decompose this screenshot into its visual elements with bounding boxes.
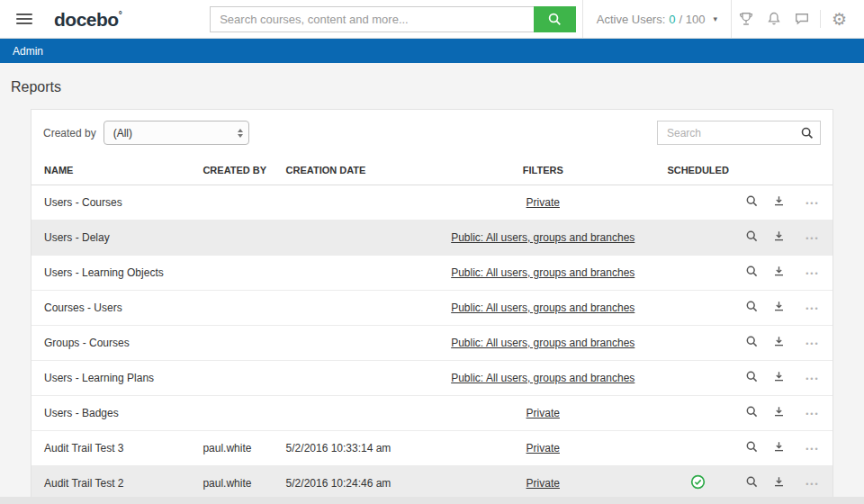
report-creation-date (279, 361, 428, 396)
report-name[interactable]: Audit Trail Test 2 (32, 466, 195, 501)
table-row[interactable]: Courses - Users Public: All users, group… (32, 291, 832, 326)
report-name[interactable]: Users - Learning Objects (32, 256, 195, 291)
more-options-icon[interactable]: ••• (806, 234, 819, 243)
table-row[interactable]: Audit Trail Test 2 paul.white 5/2/2016 1… (32, 466, 832, 501)
more-options-icon[interactable]: ••• (806, 445, 819, 454)
report-name[interactable]: Groups - Courses (32, 326, 195, 361)
preview-search-icon[interactable] (745, 405, 759, 421)
table-header-row: NAME CREATED BY CREATION DATE FILTERS SC… (32, 156, 832, 185)
more-options-icon[interactable]: ••• (806, 374, 819, 383)
preview-search-icon[interactable] (745, 475, 759, 491)
active-users-count: 0 (669, 13, 675, 26)
report-created-by: paul.white (195, 466, 278, 501)
report-name[interactable]: Users - Badges (32, 396, 195, 431)
download-report-icon[interactable] (772, 370, 786, 386)
download-report-icon[interactable] (772, 475, 786, 491)
report-creation-date: 5/2/2016 10:33:14 am (279, 431, 428, 466)
column-header-scheduled: SCHEDULED (658, 156, 739, 185)
reports-table-body: Users - Courses Private ••• Users - Dela… (32, 185, 832, 504)
report-creation-date: 5/2/2016 10:24:46 am (279, 466, 428, 501)
top-icon-bar: ⚙ (732, 0, 853, 38)
report-name[interactable]: Users - Learning Plans (32, 361, 195, 396)
more-options-icon[interactable]: ••• (806, 269, 819, 278)
admin-breadcrumb[interactable]: Admin (13, 45, 43, 58)
column-header-filters: FILTERS (428, 156, 658, 185)
gamification-trophy-icon[interactable] (732, 0, 760, 38)
report-created-by (195, 396, 278, 431)
settings-gear-icon[interactable]: ⚙ (825, 0, 853, 38)
more-options-icon[interactable]: ••• (806, 480, 819, 489)
download-report-icon[interactable] (772, 300, 786, 316)
report-filters-link[interactable]: Private (526, 407, 560, 419)
report-name[interactable]: Courses - Users (32, 291, 195, 326)
column-header-actions (766, 156, 793, 185)
global-search-button[interactable] (534, 6, 576, 32)
report-filters-link[interactable]: Private (526, 477, 560, 490)
report-created-by: paul.white (195, 431, 278, 466)
table-row[interactable]: Audit Trail Test 3 paul.white 5/2/2016 1… (32, 431, 832, 466)
report-name[interactable]: Users - Courses (32, 185, 195, 220)
select-stepper-icon (238, 129, 243, 138)
report-filters-link[interactable]: Public: All users, groups and branches (451, 231, 634, 244)
reports-table: NAME CREATED BY CREATION DATE FILTERS SC… (32, 156, 832, 504)
report-created-by (195, 185, 278, 220)
download-report-icon[interactable] (772, 405, 786, 421)
gear-glyph: ⚙ (832, 11, 847, 28)
report-filters-link[interactable]: Public: All users, groups and branches (451, 266, 634, 279)
report-creation-date (279, 396, 428, 431)
preview-search-icon[interactable] (745, 440, 759, 456)
download-report-icon[interactable] (772, 194, 786, 211)
report-creation-date (279, 220, 428, 256)
horizontal-scrollbar[interactable] (0, 497, 864, 504)
docebo-logo[interactable]: docebo ° (54, 10, 122, 29)
column-header-actions (793, 156, 832, 185)
report-name[interactable]: Users - Delay (32, 220, 195, 256)
table-search-input[interactable] (657, 121, 821, 145)
global-search-bar (210, 6, 576, 32)
preview-search-icon[interactable] (745, 230, 759, 246)
preview-search-icon[interactable] (745, 265, 759, 281)
created-by-select[interactable]: (All) (104, 121, 249, 145)
table-row[interactable]: Users - Learning Plans Public: All users… (32, 361, 832, 396)
active-users-dropdown[interactable]: Active Users: 0 / 100 ▾ (582, 0, 732, 38)
download-report-icon[interactable] (772, 335, 786, 351)
table-search (657, 121, 821, 145)
download-report-icon[interactable] (772, 265, 786, 281)
report-name[interactable]: Audit Trail Test 3 (32, 431, 195, 466)
preview-search-icon[interactable] (745, 194, 759, 211)
report-filters-link[interactable]: Public: All users, groups and branches (451, 302, 634, 314)
column-header-creation-date: CREATION DATE (279, 156, 428, 185)
page-title: Reports (11, 79, 864, 95)
more-options-icon[interactable]: ••• (806, 410, 819, 418)
report-filters-link[interactable]: Private (526, 442, 560, 454)
more-options-icon[interactable]: ••• (806, 339, 819, 348)
more-options-icon[interactable]: ••• (806, 304, 819, 313)
search-icon[interactable] (800, 126, 814, 144)
created-by-label: Created by (43, 127, 96, 140)
active-users-label: Active Users: (597, 13, 666, 26)
report-creation-date (279, 326, 428, 361)
filter-bar: Created by (All) (32, 110, 832, 156)
preview-search-icon[interactable] (745, 335, 759, 351)
preview-search-icon[interactable] (745, 300, 759, 316)
global-search-input[interactable] (210, 6, 534, 32)
table-row[interactable]: Users - Badges Private ••• (32, 396, 832, 431)
report-filters-link[interactable]: Public: All users, groups and branches (451, 337, 634, 349)
report-filters-link[interactable]: Private (526, 196, 560, 209)
report-created-by (195, 220, 278, 256)
download-report-icon[interactable] (772, 230, 786, 246)
report-filters-link[interactable]: Public: All users, groups and branches (451, 372, 634, 384)
table-row[interactable]: Users - Delay Public: All users, groups … (32, 220, 832, 256)
table-row[interactable]: Users - Learning Objects Public: All use… (32, 256, 832, 291)
notifications-bell-icon[interactable] (760, 0, 788, 38)
table-row[interactable]: Users - Courses Private ••• (32, 185, 832, 220)
report-created-by (195, 291, 278, 326)
messages-chat-icon[interactable] (788, 0, 815, 38)
hamburger-menu-icon[interactable] (16, 14, 32, 24)
more-options-icon[interactable]: ••• (806, 199, 819, 208)
download-report-icon[interactable] (772, 440, 786, 456)
table-row[interactable]: Groups - Courses Public: All users, grou… (32, 326, 832, 361)
report-created-by (195, 361, 278, 396)
preview-search-icon[interactable] (745, 370, 759, 386)
search-icon (547, 12, 562, 27)
